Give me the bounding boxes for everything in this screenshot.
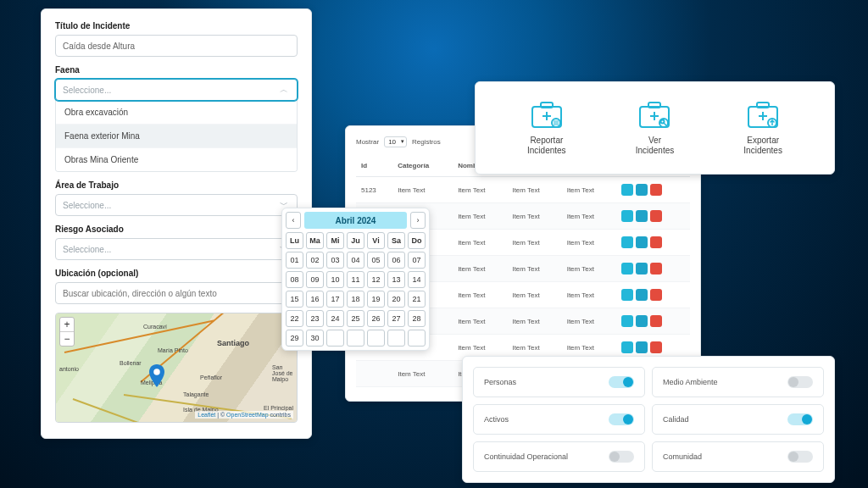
calendar-day[interactable]: 01 [286,252,303,269]
calendar-day[interactable]: 29 [286,330,303,347]
calendar-day[interactable]: 13 [387,271,405,288]
area-select[interactable]: Seleccione... ﹀ [55,194,298,216]
toggle-switch[interactable] [787,451,813,463]
ubicacion-label: Ubicación (opcional) [55,269,298,278]
leaflet-link[interactable]: Leaflet [198,412,215,418]
faena-select[interactable]: Seleccione... ︿ [55,79,298,101]
edit-button[interactable] [621,210,633,222]
riesgo-select[interactable]: Seleccione... ﹀ [55,238,298,260]
delete-button[interactable] [650,341,662,353]
delete-button[interactable] [650,236,662,248]
view-button[interactable] [636,184,648,196]
svg-point-7 [661,119,665,123]
toggle-switch[interactable] [787,376,813,388]
delete-button[interactable] [650,210,662,222]
export-incidents-button[interactable]: ExportarIncidentes [743,100,782,157]
toggle-switch[interactable] [609,413,634,425]
ubicacion-input[interactable] [55,282,298,304]
map[interactable]: Santiago Melipilla Curacaví María Pinto … [55,313,298,423]
calendar-day[interactable]: 26 [367,310,385,327]
calendar-day[interactable]: 12 [367,271,385,288]
calendar-day[interactable]: 14 [408,271,426,288]
calendar-day[interactable]: 20 [387,291,405,308]
calendar-day[interactable]: 19 [367,291,385,308]
chevron-up-icon: ︿ [280,84,288,96]
calendar-day[interactable]: 18 [347,291,364,308]
delete-button[interactable] [650,263,662,274]
calendar-day[interactable]: 30 [306,330,324,347]
calendar-day[interactable]: 08 [286,271,303,288]
delete-button[interactable] [650,289,662,301]
calendar-day[interactable]: 10 [326,271,344,288]
edit-button[interactable] [621,263,633,274]
osm-link[interactable]: OpenStreetMap [226,412,268,418]
incident-actions-card: ReportarIncidentes VerIncidentes Exporta… [475,81,835,175]
calendar-dow: Mi [326,232,344,249]
calendar-day[interactable]: 17 [326,291,344,308]
report-incidents-button[interactable]: ReportarIncidentes [527,100,566,157]
faena-option-0[interactable]: Obra excavación [56,101,297,125]
calendar-day[interactable]: 22 [286,310,303,327]
calendar-day[interactable]: 11 [347,271,364,288]
calendar-day[interactable]: 03 [326,252,344,269]
view-button[interactable] [636,263,648,274]
calendar-day[interactable]: 27 [387,310,405,327]
zoom-in-button[interactable]: + [60,318,74,332]
calendar-day[interactable]: 05 [367,252,385,269]
view-button[interactable] [636,315,648,327]
edit-button[interactable] [621,236,633,248]
calendar-dow: Ju [347,232,364,249]
edit-button[interactable] [621,341,633,353]
page-size-select[interactable]: 10▾ [384,136,407,147]
map-city: Peñaflor [200,374,222,380]
calendar-dow: Do [408,232,426,249]
edit-button[interactable] [621,289,633,301]
calendar-prev-button[interactable]: ‹ [286,212,301,229]
toggle-label: Medio Ambiente [663,378,718,386]
map-city: El Principal [264,405,293,411]
table-row[interactable]: 5123Item TextItem TextItem TextItem Text [356,177,690,203]
calendar-day[interactable]: 15 [286,291,303,308]
view-button[interactable] [636,210,648,222]
calendar-day[interactable]: 02 [306,252,324,269]
map-city: María Pinto [158,347,188,353]
incident-form-panel: Título de Incidente Caída desde Altura F… [41,8,312,439]
impact-toggle: Comunidad [652,441,824,472]
calendar-empty [347,330,364,347]
calendar-day[interactable]: 04 [347,252,364,269]
delete-button[interactable] [650,315,662,327]
faena-option-1[interactable]: Faena exterior Mina [56,125,297,148]
edit-button[interactable] [621,315,633,327]
calendar-empty [387,330,405,347]
toggle-switch[interactable] [787,413,813,425]
toggle-label: Calidad [663,415,689,424]
col-categoria[interactable]: Categoría [392,155,453,177]
zoom-out-button[interactable]: − [60,332,74,346]
calendar-title[interactable]: Abril 2024 [304,212,407,229]
delete-button[interactable] [650,184,662,196]
view-button[interactable] [636,341,648,353]
calendar-day[interactable]: 25 [347,310,364,327]
calendar-day[interactable]: 24 [326,310,344,327]
calendar-next-button[interactable]: › [410,212,426,229]
view-incident-icon [637,100,672,130]
faena-label: Faena [55,65,298,75]
col-id[interactable]: Id [356,155,392,177]
calendar-day[interactable]: 09 [306,271,324,288]
view-incidents-button[interactable]: VerIncidentes [636,100,675,157]
calendar-day[interactable]: 21 [408,291,426,308]
impact-toggle: Medio Ambiente [652,367,824,397]
calendar-day[interactable]: 07 [408,252,426,269]
calendar-day[interactable]: 28 [408,310,426,327]
faena-option-2[interactable]: Obras Mina Oriente [56,148,297,171]
calendar-day[interactable]: 06 [387,252,405,269]
export-incident-icon [745,100,781,130]
toggle-switch[interactable] [609,451,634,463]
toggle-switch[interactable] [609,376,634,388]
calendar-day[interactable]: 23 [306,310,324,327]
view-button[interactable] [636,289,648,301]
edit-button[interactable] [621,184,633,196]
view-button[interactable] [636,236,648,248]
calendar-day[interactable]: 16 [306,291,324,308]
title-input[interactable]: Caída desde Altura [55,35,298,57]
